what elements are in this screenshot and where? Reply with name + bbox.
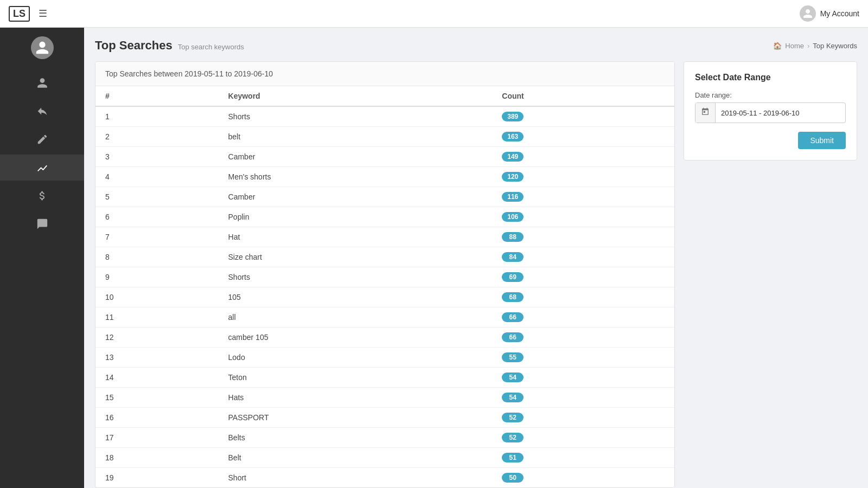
cell-num: 8 — [95, 247, 219, 267]
table-row: 3 Camber 149 — [95, 147, 674, 167]
cell-keyword: PASSPORT — [219, 408, 493, 428]
sidebar-item-edit[interactable] — [0, 126, 84, 152]
cell-keyword: Shorts — [219, 267, 493, 287]
sidebar-item-analytics[interactable] — [0, 155, 84, 181]
cell-keyword: Short — [219, 468, 493, 488]
date-range-input[interactable] — [716, 105, 845, 121]
col-count: Count — [492, 86, 674, 106]
count-badge: 149 — [502, 152, 524, 162]
breadcrumb-current: Top Keywords — [813, 42, 857, 50]
cell-count: 50 — [492, 468, 674, 488]
cell-keyword: Camber — [219, 187, 493, 207]
table-row: 7 Hat 88 — [95, 227, 674, 247]
cell-keyword: all — [219, 307, 493, 328]
cell-count: 54 — [492, 388, 674, 408]
hamburger-icon[interactable]: ☰ — [39, 8, 47, 20]
cell-count: 51 — [492, 448, 674, 468]
page-title: Top Searches — [95, 38, 173, 53]
cell-count: 120 — [492, 167, 674, 187]
count-badge: 50 — [502, 473, 524, 483]
cell-num: 13 — [95, 348, 219, 368]
breadcrumb-home[interactable]: Home — [785, 42, 804, 50]
count-badge: 66 — [502, 332, 524, 342]
cell-count: 55 — [492, 348, 674, 368]
cell-count: 66 — [492, 307, 674, 328]
cell-count: 149 — [492, 147, 674, 167]
cell-count: 52 — [492, 408, 674, 428]
cell-count: 88 — [492, 227, 674, 247]
count-badge: 163 — [502, 132, 524, 142]
table-row: 4 Men's shorts 120 — [95, 167, 674, 187]
date-input-wrapper — [695, 102, 846, 123]
cell-num: 9 — [95, 267, 219, 287]
table-row: 9 Shorts 69 — [95, 267, 674, 287]
cell-keyword: belt — [219, 127, 493, 147]
cell-num: 1 — [95, 106, 219, 127]
table-row: 19 Short 50 — [95, 468, 674, 488]
submit-area: Submit — [695, 132, 846, 149]
header-left: LS ☰ — [9, 6, 47, 22]
cell-keyword: Men's shorts — [219, 167, 493, 187]
cell-num: 5 — [95, 187, 219, 207]
side-panel: Select Date Range Date range: Submit — [684, 61, 857, 160]
count-badge: 66 — [502, 312, 524, 322]
count-badge: 52 — [502, 413, 524, 422]
table-card: Top Searches between 2019-05-11 to 2019-… — [95, 61, 675, 488]
sidebar-avatar — [31, 36, 54, 59]
table-row: 13 Lodo 55 — [95, 348, 674, 368]
cell-num: 17 — [95, 428, 219, 448]
count-badge: 84 — [502, 252, 524, 262]
cell-num: 4 — [95, 167, 219, 187]
my-account-label[interactable]: My Account — [820, 9, 859, 18]
sidebar-item-user[interactable] — [0, 70, 84, 96]
cell-num: 11 — [95, 307, 219, 328]
table-row: 5 Camber 116 — [95, 187, 674, 207]
cell-num: 6 — [95, 207, 219, 227]
cell-num: 18 — [95, 448, 219, 468]
count-badge: 54 — [502, 393, 524, 402]
sidebar — [0, 28, 84, 488]
searches-table: # Keyword Count 1 Shorts 389 2 belt 163 … — [95, 86, 674, 487]
count-badge: 54 — [502, 373, 524, 382]
cell-count: 66 — [492, 328, 674, 348]
count-badge: 116 — [502, 192, 524, 202]
cell-count: 106 — [492, 207, 674, 227]
cell-keyword: 105 — [219, 287, 493, 307]
table-row: 2 belt 163 — [95, 127, 674, 147]
date-range-label: Date range: — [695, 91, 846, 99]
table-row: 10 105 68 — [95, 287, 674, 307]
col-num: # — [95, 86, 219, 106]
sidebar-item-reply[interactable] — [0, 98, 84, 124]
table-row: 17 Belts 52 — [95, 428, 674, 448]
cell-count: 163 — [492, 127, 674, 147]
table-row: 15 Hats 54 — [95, 388, 674, 408]
cell-keyword: Size chart — [219, 247, 493, 267]
cell-num: 15 — [95, 388, 219, 408]
cell-count: 69 — [492, 267, 674, 287]
page-title-group: Top Searches Top search keywords — [95, 38, 244, 53]
submit-button[interactable]: Submit — [798, 132, 846, 149]
avatar — [800, 5, 816, 22]
header-right: My Account — [800, 5, 859, 22]
cell-keyword: Hat — [219, 227, 493, 247]
cell-num: 3 — [95, 147, 219, 167]
sidebar-item-comment[interactable] — [0, 211, 84, 237]
table-row: 11 all 66 — [95, 307, 674, 328]
calendar-icon — [695, 103, 716, 123]
cell-count: 84 — [492, 247, 674, 267]
breadcrumb: 🏠 Home › Top Keywords — [773, 42, 857, 50]
count-badge: 55 — [502, 352, 524, 362]
cell-keyword: Belt — [219, 448, 493, 468]
cell-num: 10 — [95, 287, 219, 307]
cell-num: 14 — [95, 368, 219, 388]
sidebar-item-dollar[interactable] — [0, 183, 84, 209]
home-icon: 🏠 — [773, 42, 782, 50]
cell-keyword: Shorts — [219, 106, 493, 127]
cell-count: 116 — [492, 187, 674, 207]
cell-num: 2 — [95, 127, 219, 147]
cell-keyword: Camber — [219, 147, 493, 167]
count-badge: 389 — [502, 112, 524, 121]
table-row: 18 Belt 51 — [95, 448, 674, 468]
cell-num: 12 — [95, 328, 219, 348]
logo: LS — [9, 6, 30, 22]
